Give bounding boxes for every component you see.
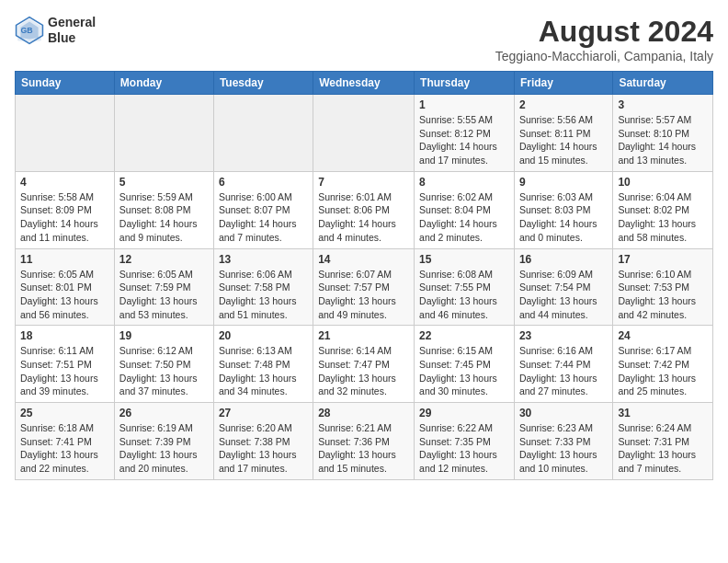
logo-icon: GB	[15, 16, 44, 45]
day-info: Sunrise: 6:09 AM Sunset: 7:54 PM Dayligh…	[519, 268, 608, 322]
day-cell: 11Sunrise: 6:05 AM Sunset: 8:01 PM Dayli…	[16, 248, 115, 326]
day-cell: 3Sunrise: 5:57 AM Sunset: 8:10 PM Daylig…	[613, 95, 713, 172]
header-friday: Friday	[514, 72, 612, 95]
day-number: 8	[419, 176, 509, 189]
day-number: 28	[318, 407, 409, 419]
day-number: 31	[618, 407, 708, 419]
week-row-4: 18Sunrise: 6:11 AM Sunset: 7:51 PM Dayli…	[16, 326, 713, 403]
day-cell: 1Sunrise: 5:55 AM Sunset: 8:12 PM Daylig…	[415, 95, 515, 172]
day-cell: 18Sunrise: 6:11 AM Sunset: 7:51 PM Dayli…	[16, 326, 115, 403]
day-number: 3	[618, 98, 708, 111]
day-cell: 5Sunrise: 5:59 AM Sunset: 8:08 PM Daylig…	[114, 171, 213, 248]
day-info: Sunrise: 6:22 AM Sunset: 7:35 PM Dayligh…	[419, 421, 509, 476]
day-cell: 28Sunrise: 6:21 AM Sunset: 7:36 PM Dayli…	[313, 403, 415, 480]
day-number: 5	[119, 176, 209, 189]
day-number: 17	[618, 253, 708, 266]
day-cell: 30Sunrise: 6:23 AM Sunset: 7:33 PM Dayli…	[514, 403, 612, 480]
day-info: Sunrise: 6:03 AM Sunset: 8:03 PM Dayligh…	[519, 190, 608, 245]
calendar-table: SundayMondayTuesdayWednesdayThursdayFrid…	[15, 71, 713, 480]
svg-text:GB: GB	[20, 26, 32, 35]
day-info: Sunrise: 5:58 AM Sunset: 8:09 PM Dayligh…	[20, 190, 109, 245]
day-number: 21	[318, 329, 409, 342]
title-area: August 2024 Teggiano-Macchiaroli, Campan…	[495, 15, 713, 63]
day-info: Sunrise: 5:56 AM Sunset: 8:11 PM Dayligh…	[519, 113, 608, 167]
day-cell: 4Sunrise: 5:58 AM Sunset: 8:09 PM Daylig…	[16, 171, 115, 248]
day-cell: 12Sunrise: 6:05 AM Sunset: 7:59 PM Dayli…	[114, 248, 213, 326]
day-info: Sunrise: 6:23 AM Sunset: 7:33 PM Dayligh…	[519, 421, 608, 476]
day-info: Sunrise: 6:13 AM Sunset: 7:48 PM Dayligh…	[219, 344, 308, 398]
day-cell: 27Sunrise: 6:20 AM Sunset: 7:38 PM Dayli…	[213, 403, 313, 480]
day-info: Sunrise: 6:14 AM Sunset: 7:47 PM Dayligh…	[318, 344, 409, 398]
day-cell: 15Sunrise: 6:08 AM Sunset: 7:55 PM Dayli…	[415, 248, 515, 326]
day-cell: 22Sunrise: 6:15 AM Sunset: 7:45 PM Dayli…	[415, 326, 515, 403]
day-info: Sunrise: 6:24 AM Sunset: 7:31 PM Dayligh…	[618, 421, 708, 476]
logo-line1: General	[48, 15, 96, 30]
day-cell: 14Sunrise: 6:07 AM Sunset: 7:57 PM Dayli…	[313, 248, 415, 326]
day-cell: 29Sunrise: 6:22 AM Sunset: 7:35 PM Dayli…	[415, 403, 515, 480]
day-cell: 9Sunrise: 6:03 AM Sunset: 8:03 PM Daylig…	[514, 171, 612, 248]
day-cell: 21Sunrise: 6:14 AM Sunset: 7:47 PM Dayli…	[313, 326, 415, 403]
day-number: 26	[119, 407, 209, 419]
day-number: 20	[219, 329, 308, 342]
header-wednesday: Wednesday	[313, 72, 415, 95]
day-info: Sunrise: 6:18 AM Sunset: 7:41 PM Dayligh…	[20, 421, 109, 476]
day-number: 10	[618, 176, 708, 189]
day-info: Sunrise: 6:19 AM Sunset: 7:39 PM Dayligh…	[119, 421, 209, 476]
day-info: Sunrise: 6:00 AM Sunset: 8:07 PM Dayligh…	[219, 190, 308, 245]
day-info: Sunrise: 6:11 AM Sunset: 7:51 PM Dayligh…	[20, 344, 109, 398]
day-number: 1	[419, 98, 509, 111]
logo-line2: Blue	[48, 30, 96, 46]
day-number: 14	[318, 253, 409, 266]
day-info: Sunrise: 6:10 AM Sunset: 7:53 PM Dayligh…	[618, 268, 708, 322]
day-number: 6	[219, 176, 308, 189]
day-info: Sunrise: 5:55 AM Sunset: 8:12 PM Dayligh…	[419, 113, 509, 167]
header-sunday: Sunday	[16, 72, 115, 95]
location: Teggiano-Macchiaroli, Campania, Italy	[495, 49, 713, 63]
day-info: Sunrise: 6:16 AM Sunset: 7:44 PM Dayligh…	[519, 344, 608, 398]
header: GB General Blue August 2024 Teggiano-Mac…	[15, 15, 713, 63]
week-row-3: 11Sunrise: 6:05 AM Sunset: 8:01 PM Dayli…	[16, 248, 713, 326]
day-cell: 6Sunrise: 6:00 AM Sunset: 8:07 PM Daylig…	[213, 171, 313, 248]
day-info: Sunrise: 6:21 AM Sunset: 7:36 PM Dayligh…	[318, 421, 409, 476]
day-number: 4	[20, 176, 109, 189]
day-number: 12	[119, 253, 209, 266]
day-cell: 2Sunrise: 5:56 AM Sunset: 8:11 PM Daylig…	[514, 95, 612, 172]
day-number: 19	[119, 329, 209, 342]
header-tuesday: Tuesday	[213, 72, 313, 95]
day-number: 18	[20, 329, 109, 342]
day-info: Sunrise: 6:01 AM Sunset: 8:06 PM Dayligh…	[318, 190, 409, 245]
day-number: 11	[20, 253, 109, 266]
day-number: 22	[419, 329, 509, 342]
week-row-1: 1Sunrise: 5:55 AM Sunset: 8:12 PM Daylig…	[16, 95, 713, 172]
day-number: 25	[20, 407, 109, 419]
day-info: Sunrise: 6:02 AM Sunset: 8:04 PM Dayligh…	[419, 190, 509, 245]
day-number: 16	[519, 253, 608, 266]
day-number: 23	[519, 329, 608, 342]
day-number: 13	[219, 253, 308, 266]
logo: GB General Blue	[15, 15, 96, 46]
day-cell: 25Sunrise: 6:18 AM Sunset: 7:41 PM Dayli…	[16, 403, 115, 480]
day-number: 30	[519, 407, 608, 419]
day-number: 29	[419, 407, 509, 419]
day-cell: 13Sunrise: 6:06 AM Sunset: 7:58 PM Dayli…	[213, 248, 313, 326]
day-cell	[114, 95, 213, 172]
day-info: Sunrise: 6:20 AM Sunset: 7:38 PM Dayligh…	[219, 421, 308, 476]
day-cell: 24Sunrise: 6:17 AM Sunset: 7:42 PM Dayli…	[613, 326, 713, 403]
day-cell: 19Sunrise: 6:12 AM Sunset: 7:50 PM Dayli…	[114, 326, 213, 403]
day-cell: 8Sunrise: 6:02 AM Sunset: 8:04 PM Daylig…	[415, 171, 515, 248]
day-cell: 23Sunrise: 6:16 AM Sunset: 7:44 PM Dayli…	[514, 326, 612, 403]
header-saturday: Saturday	[613, 72, 713, 95]
day-cell: 16Sunrise: 6:09 AM Sunset: 7:54 PM Dayli…	[514, 248, 612, 326]
day-info: Sunrise: 6:17 AM Sunset: 7:42 PM Dayligh…	[618, 344, 708, 398]
day-cell: 17Sunrise: 6:10 AM Sunset: 7:53 PM Dayli…	[613, 248, 713, 326]
calendar-header-row: SundayMondayTuesdayWednesdayThursdayFrid…	[16, 72, 713, 95]
day-number: 2	[519, 98, 608, 111]
header-monday: Monday	[114, 72, 213, 95]
day-cell: 31Sunrise: 6:24 AM Sunset: 7:31 PM Dayli…	[613, 403, 713, 480]
day-cell: 7Sunrise: 6:01 AM Sunset: 8:06 PM Daylig…	[313, 171, 415, 248]
header-thursday: Thursday	[415, 72, 515, 95]
day-cell	[313, 95, 415, 172]
day-info: Sunrise: 6:12 AM Sunset: 7:50 PM Dayligh…	[119, 344, 209, 398]
week-row-2: 4Sunrise: 5:58 AM Sunset: 8:09 PM Daylig…	[16, 171, 713, 248]
day-cell: 20Sunrise: 6:13 AM Sunset: 7:48 PM Dayli…	[213, 326, 313, 403]
